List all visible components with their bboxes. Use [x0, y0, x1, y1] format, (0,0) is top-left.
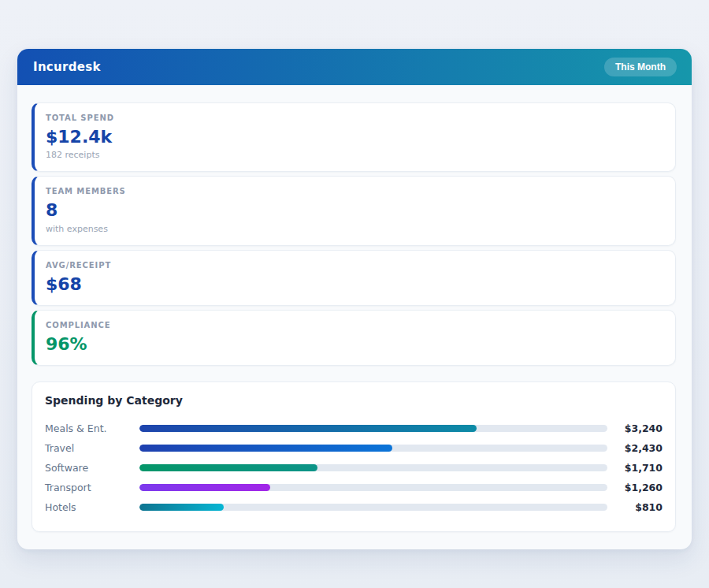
stat-card: COMPLIANCE 96% [32, 310, 676, 366]
stat-value: $12.4k [46, 127, 661, 147]
category-value: $3,240 [614, 422, 663, 434]
stat-value: 8 [46, 200, 661, 220]
chart-row: Software $1,710 [45, 458, 663, 478]
stat-subtitle: with expenses [46, 224, 661, 234]
chart-title: Spending by Category [45, 394, 663, 407]
stats-list: TOTAL SPEND $12.4k 182 receipts TEAM MEM… [32, 102, 676, 366]
stat-value: $68 [46, 274, 661, 294]
stat-label: TOTAL SPEND [46, 114, 661, 122]
category-value: $1,260 [614, 482, 663, 493]
chart-row: Hotels $810 [45, 497, 663, 517]
dashboard-content: TOTAL SPEND $12.4k 182 receipts TEAM MEM… [17, 85, 692, 549]
bar-track [139, 484, 607, 491]
app-header: Incurdesk This Month [17, 49, 692, 85]
stat-card: AVG/RECEIPT $68 [32, 250, 676, 306]
app-title: Incurdesk [33, 60, 101, 74]
stat-value: 96% [46, 334, 661, 354]
bar-fill [139, 464, 317, 471]
dashboard-panel: Incurdesk This Month TOTAL SPEND $12.4k … [17, 49, 692, 549]
stat-label: TEAM MEMBERS [46, 187, 661, 195]
category-value: $1,710 [614, 462, 663, 474]
spending-by-category-card: Spending by Category Meals & Ent. $3,240… [32, 381, 676, 532]
chart-rows: Meals & Ent. $3,240 Travel $2,430 Softwa… [45, 419, 663, 517]
chart-row: Travel $2,430 [45, 438, 663, 458]
category-label: Hotels [45, 501, 139, 513]
bar-track [139, 504, 607, 511]
bar-fill [139, 445, 392, 452]
chart-row: Transport $1,260 [45, 478, 663, 497]
bar-fill [139, 504, 224, 511]
bar-fill [139, 425, 477, 432]
stat-label: COMPLIANCE [46, 321, 661, 329]
bar-track [139, 445, 607, 452]
chart-row: Meals & Ent. $3,240 [45, 419, 663, 438]
bar-fill [139, 484, 270, 491]
category-value: $2,430 [614, 442, 663, 454]
stat-card: TOTAL SPEND $12.4k 182 receipts [32, 102, 676, 172]
category-value: $810 [614, 501, 663, 513]
stat-card: TEAM MEMBERS 8 with expenses [32, 176, 676, 245]
category-label: Travel [45, 442, 139, 454]
period-badge[interactable]: This Month [604, 58, 677, 76]
stat-label: AVG/RECEIPT [46, 261, 661, 270]
category-label: Meals & Ent. [45, 422, 139, 434]
stat-subtitle: 182 receipts [46, 150, 661, 160]
bar-track [139, 425, 607, 432]
category-label: Software [45, 462, 139, 474]
category-label: Transport [45, 482, 139, 493]
bar-track [139, 464, 607, 471]
